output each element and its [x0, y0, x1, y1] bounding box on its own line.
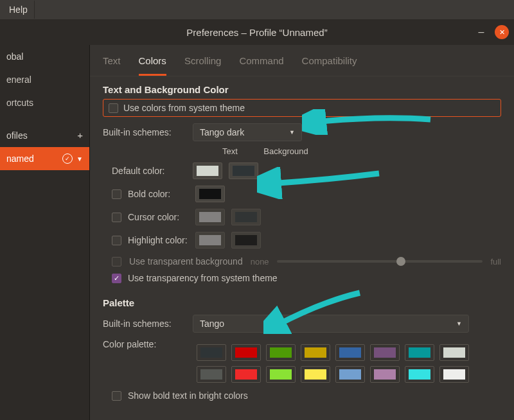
slider-label-none: none — [251, 257, 269, 267]
check-circle-icon: ✓ — [62, 153, 73, 164]
tab-text[interactable]: Text — [103, 55, 121, 76]
tab-scrolling[interactable]: Scrolling — [184, 55, 222, 76]
bold-color-label: Bold color: — [128, 189, 189, 199]
close-button[interactable]: ✕ — [495, 25, 509, 39]
tabs: Text Colors Scrolling Command Compatibil… — [90, 45, 514, 76]
titlebar: Preferences – Profile “Unnamed” – ✕ — [0, 19, 514, 45]
use-sys-transparency-label: Use transparency from system theme — [128, 273, 278, 283]
palette-builtin-value: Tango — [200, 319, 224, 329]
cursor-color-label: Cursor color: — [128, 212, 189, 222]
highlight-color-checkbox[interactable] — [112, 236, 121, 245]
palette-color-button[interactable] — [266, 344, 296, 361]
slider-thumb[interactable] — [396, 257, 405, 266]
default-bg-color-button[interactable] — [229, 162, 258, 179]
menubar: Help — [0, 0, 514, 19]
tab-colors[interactable]: Colors — [139, 55, 166, 76]
builtin-schemes-dropdown[interactable]: Tango dark ▼ — [193, 123, 302, 141]
transparency-slider[interactable] — [277, 260, 483, 263]
color-palette-label: Color palette: — [103, 339, 186, 349]
palette-color-button[interactable] — [231, 366, 261, 383]
highlight-color-label: Highlight color: — [128, 235, 189, 245]
chevron-down-icon: ▼ — [289, 129, 295, 136]
use-system-theme-row[interactable]: Use colors from system theme — [103, 99, 501, 117]
default-text-color-button[interactable] — [193, 162, 222, 179]
content-panel: Text Colors Scrolling Command Compatibil… — [90, 45, 514, 420]
tab-compatibility[interactable]: Compatibility — [302, 55, 357, 76]
show-bold-bright-label: Show bold text in bright colors — [128, 390, 248, 401]
bold-text-color-button[interactable] — [195, 186, 225, 202]
sidebar-item-general[interactable]: eneral — [0, 68, 89, 91]
palette-color-button[interactable] — [197, 344, 226, 361]
use-system-theme-checkbox[interactable] — [109, 103, 118, 113]
palette-color-button[interactable] — [266, 366, 296, 383]
palette-builtin-dropdown[interactable]: Tango ▼ — [193, 315, 469, 333]
default-color-label: Default color: — [112, 166, 186, 176]
section-title-palette: Palette — [103, 297, 501, 308]
palette-color-button[interactable] — [405, 344, 434, 361]
palette-color-button[interactable] — [370, 366, 400, 383]
sidebar-item-shortcuts[interactable]: ortcuts — [0, 91, 89, 114]
close-icon: ✕ — [499, 28, 505, 37]
highlight-bg-color-button[interactable] — [231, 232, 261, 249]
palette-color-button[interactable] — [197, 366, 226, 383]
palette-grid — [197, 344, 469, 383]
column-header-background: Background — [257, 146, 315, 156]
sidebar-item-profile-unnamed[interactable]: named ✓ ▼ — [0, 147, 89, 170]
window-title: Preferences – Profile “Unnamed” — [0, 27, 514, 38]
palette-color-button[interactable] — [439, 366, 469, 383]
palette-color-button[interactable] — [439, 344, 469, 361]
palette-color-button[interactable] — [370, 344, 400, 361]
transparent-bg-label: Use transparent background — [129, 256, 243, 267]
palette-color-button[interactable] — [405, 366, 434, 383]
cursor-color-checkbox[interactable] — [112, 213, 121, 222]
use-system-theme-label: Use colors from system theme — [123, 103, 245, 113]
tab-command[interactable]: Command — [239, 55, 283, 76]
use-sys-transparency-checkbox[interactable] — [112, 274, 121, 283]
add-profile-icon[interactable]: + — [77, 130, 83, 141]
builtin-schemes-value: Tango dark — [200, 127, 244, 137]
minimize-button[interactable]: – — [477, 28, 486, 37]
sidebar-heading-global: obal — [0, 45, 89, 68]
menu-help[interactable]: Help — [3, 1, 35, 19]
chevron-down-icon[interactable]: ▼ — [76, 155, 83, 162]
sidebar-heading-profiles: ofiles + — [0, 123, 89, 147]
builtin-schemes-label: Built-in schemes: — [103, 127, 186, 137]
show-bold-bright-checkbox[interactable] — [112, 391, 121, 401]
palette-builtin-label: Built-in schemes: — [103, 319, 186, 329]
sidebar: obal eneral ortcuts ofiles + named ✓ ▼ — [0, 45, 90, 420]
palette-color-button[interactable] — [335, 344, 365, 361]
slider-label-full: full — [490, 257, 501, 267]
palette-color-button[interactable] — [301, 344, 330, 361]
section-title-textbg: Text and Background Color — [103, 84, 501, 95]
palette-color-button[interactable] — [335, 366, 365, 383]
highlight-text-color-button[interactable] — [195, 232, 225, 249]
transparent-bg-checkbox[interactable] — [112, 257, 121, 267]
chevron-down-icon: ▼ — [456, 320, 462, 327]
cursor-bg-color-button[interactable] — [231, 209, 261, 225]
bold-color-checkbox[interactable] — [112, 189, 121, 199]
palette-color-button[interactable] — [301, 366, 330, 383]
cursor-text-color-button[interactable] — [195, 209, 225, 225]
palette-color-button[interactable] — [231, 344, 261, 361]
column-header-text: Text — [212, 146, 248, 156]
